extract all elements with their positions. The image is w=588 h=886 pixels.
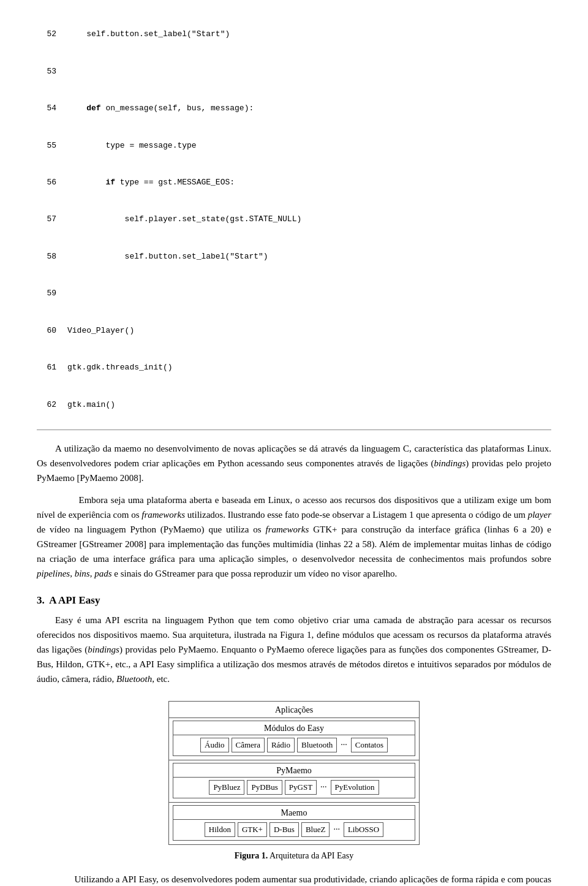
line-num-61: 61 (37, 362, 56, 374)
arch-row-maemo: Maemo Hildon GTK+ D-Bus BlueZ ··· LibOSS… (169, 802, 420, 844)
line-num-56: 56 (37, 176, 56, 189)
code-line-53: 53 (37, 66, 551, 78)
paragraph-3: Easy é uma API escrita na linguagem Pyth… (37, 613, 551, 686)
code-line-62: 62 gtk.main() (37, 399, 551, 411)
code-block: 52 self.button.set_label("Start") 53 54 … (37, 0, 551, 430)
line-num-53: 53 (37, 66, 56, 78)
paragraph-1: A utilização da maemo no desenvolvimento… (37, 441, 551, 485)
arch-maemo-title: Maemo (173, 806, 415, 820)
arch-row-pymaemo: PyMaemo PyBluez PyDBus PyGST ··· PyEvolu… (169, 760, 420, 802)
line-num-54: 54 (37, 102, 56, 115)
code-line-55: 55 type = message.type (37, 140, 551, 152)
arch-module-contatos: Contatos (351, 738, 388, 752)
figure-1-container: Aplicações Módulos do Easy Áudio Câmera … (165, 701, 423, 861)
line-num-52: 52 (37, 28, 56, 40)
code-line-58: 58 self.button.set_label("Start") (37, 251, 551, 263)
arch-row-aplicacoes: Aplicações (169, 701, 420, 718)
line-num-55: 55 (37, 140, 56, 152)
arch-module-camera: Câmera (232, 738, 265, 752)
paragraph-2: Embora seja uma plataforma aberta e base… (37, 493, 551, 581)
arch-module-bluez: BlueZ (301, 822, 330, 837)
line-num-58: 58 (37, 251, 56, 263)
arch-title-aplicacoes: Aplicações (169, 701, 420, 718)
arch-module-dots-2: ··· (320, 782, 327, 792)
code-line-57: 57 self.player.set_state(gst.STATE_NULL) (37, 213, 551, 225)
arch-row-modulos-easy: Módulos do Easy Áudio Câmera Rádio Bluet… (169, 718, 420, 760)
code-line-61: 61 gtk.gdk.threads_init() (37, 362, 551, 374)
arch-module-dbus: D-Bus (270, 822, 299, 837)
line-num-57: 57 (37, 213, 56, 225)
arch-module-pydbus: PyDBus (247, 780, 282, 795)
arch-modulos-easy-modules: Áudio Câmera Rádio Bluetooth ··· Contato… (173, 735, 415, 755)
arch-module-pygst: PyGST (285, 780, 317, 795)
arch-module-dots-3: ··· (333, 825, 340, 835)
arch-module-hildon: Hildon (205, 822, 235, 837)
arch-maemo-modules: Hildon GTK+ D-Bus BlueZ ··· LibOSSO (173, 820, 415, 840)
code-line-56: 56 if type == gst.MESSAGE_EOS: (37, 176, 551, 189)
line-num-62: 62 (37, 399, 56, 411)
section-3-heading: 3. A API Easy (37, 594, 551, 607)
code-line-54: 54 def on_message(self, bus, message): (37, 102, 551, 115)
code-line-60: 60 Video_Player() (37, 325, 551, 337)
arch-module-bluetooth: Bluetooth (297, 738, 337, 752)
arch-pymaemo-title: PyMaemo (173, 763, 415, 778)
arch-modulos-easy-box: Módulos do Easy Áudio Câmera Rádio Bluet… (173, 721, 415, 756)
section-3-title: A API Easy (49, 594, 100, 606)
figure-caption-text: Arquitetura da API Easy (270, 851, 353, 860)
arch-module-pyevolution: PyEvolution (331, 780, 379, 795)
arch-module-radio: Rádio (267, 738, 295, 752)
arch-pymaemo-modules: PyBluez PyDBus PyGST ··· PyEvolution (173, 778, 415, 798)
arch-module-dots-1: ··· (341, 740, 347, 750)
arch-diagram-table: Aplicações Módulos do Easy Áudio Câmera … (168, 701, 420, 845)
arch-modulos-easy-title: Módulos do Easy (173, 721, 415, 735)
code-line-59: 59 (37, 287, 551, 300)
arch-module-audio: Áudio (200, 738, 229, 752)
line-num-60: 60 (37, 325, 56, 337)
paragraph-4: Utilizando a API Easy, os desenvolvedore… (37, 872, 551, 886)
code-line-52: 52 self.button.set_label("Start") (37, 28, 551, 40)
figure-caption-num: Figura 1. (235, 851, 268, 860)
arch-module-libosso: LibOSSO (344, 822, 383, 837)
arch-pymaemo-box: PyMaemo PyBluez PyDBus PyGST ··· PyEvolu… (173, 763, 415, 798)
arch-maemo-box: Maemo Hildon GTK+ D-Bus BlueZ ··· LibOSS… (173, 805, 415, 841)
arch-module-pybluez: PyBluez (209, 780, 244, 795)
section-3-num: 3. (37, 594, 45, 606)
figure-1-caption: Figura 1. Arquitetura da API Easy (235, 851, 353, 861)
arch-module-gtk: GTK+ (238, 822, 267, 837)
line-num-59: 59 (37, 287, 56, 300)
